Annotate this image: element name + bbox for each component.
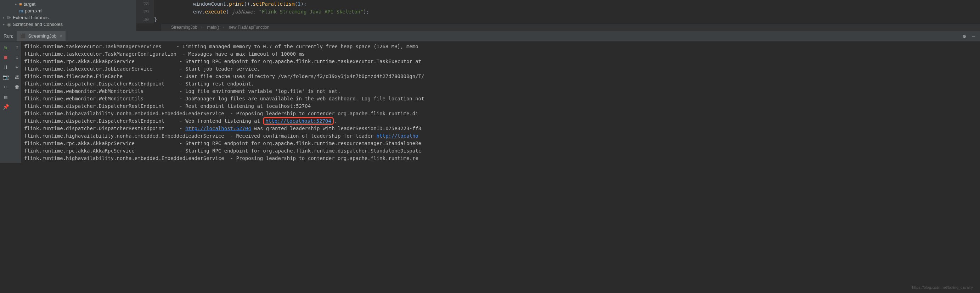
minimize-icon[interactable]: — (971, 34, 977, 39)
code-editor[interactable]: 28 29 30 windowCount.print().setParallel… (137, 0, 980, 31)
tree-item-external-libs[interactable]: ▸ ⊪ External Libraries (0, 14, 136, 21)
rerun-icon[interactable]: ↻ (3, 44, 8, 50)
arrow-down-icon[interactable]: ↓ (14, 54, 20, 60)
breadcrumb[interactable]: StreamingJob› main()› new FlatMapFunctio… (161, 23, 980, 31)
console-line: flink.runtime.rpc.akka.AkkaRpcService - … (24, 147, 977, 155)
console-line: flink.runtime.filecache.FileCache - User… (24, 73, 977, 80)
run-config-icon: ⬛ (20, 34, 26, 38)
console-line: flink.runtime.webmonitor.WebMonitorUtils… (24, 95, 977, 102)
tree-item-pom[interactable]: m pom.xml (0, 8, 136, 14)
print-icon[interactable]: 🖶 (14, 74, 20, 80)
folder-icon: ■ (19, 2, 22, 7)
arrow-up-icon[interactable]: ↑ (14, 44, 20, 50)
library-icon: ⊪ (7, 15, 11, 20)
project-tree: ▸ ■ target m pom.xml ▸ ⊪ External Librar… (0, 0, 137, 31)
console-line: flink.runtime.highavailability.nonha.emb… (24, 132, 977, 140)
console-line: flink.runtime.rpc.akka.AkkaRpcService - … (24, 58, 977, 65)
breadcrumb-item[interactable]: new FlatMapFunction (226, 25, 272, 30)
editor-gutter: 28 29 30 (137, 0, 154, 23)
console-line: flink.runtime.taskexecutor.TaskManagerSe… (24, 43, 977, 50)
run-tab-streamingjob[interactable]: ⬛ StreamingJob × (17, 31, 65, 41)
console-line: flink.runtime.taskexecutor.TaskManagerCo… (24, 50, 977, 58)
tree-label: pom.xml (25, 8, 43, 13)
stop-icon[interactable]: ■ (3, 54, 8, 60)
tree-label: Scratches and Consoles (13, 22, 63, 27)
url-link[interactable]: http://localho (377, 133, 418, 139)
console-line: flink.runtime.dispatcher.DispatcherRestE… (24, 102, 977, 110)
wrap-icon[interactable]: ⤶ (14, 64, 20, 70)
tree-label: External Libraries (13, 15, 49, 20)
pin-icon[interactable]: 📌 (3, 104, 8, 110)
pause-icon[interactable]: ⏸ (3, 64, 8, 70)
delete-icon[interactable]: 🗑 (14, 84, 20, 90)
tree-item-scratches[interactable]: ▸ ◉ Scratches and Consoles (0, 21, 136, 28)
run-tab-label: StreamingJob (28, 34, 56, 38)
console-line: flink.runtime.dispatcher.DispatcherRestE… (24, 125, 977, 132)
breadcrumb-item[interactable]: StreamingJob (168, 25, 200, 30)
console-line: flink.runtime.rpc.akka.AkkaRpcService - … (24, 140, 977, 147)
gear-icon[interactable]: ⚙ (962, 34, 967, 39)
run-tab-bar: Run: ⬛ StreamingJob × ⚙ — (0, 31, 980, 42)
scratch-icon: ◉ (7, 22, 11, 27)
console-line: flink.runtime.dispatcher.DispatcherRestE… (24, 80, 977, 88)
tree-label: target (24, 2, 35, 7)
camera-icon[interactable]: 📷 (3, 74, 8, 80)
run-panel-label: Run: (0, 34, 17, 38)
chevron-right-icon: ▸ (3, 16, 7, 19)
console-line: flink.runtime.taskexecutor.JobLeaderServ… (24, 65, 977, 73)
console-line: flink.runtime.webmonitor.WebMonitorUtils… (24, 88, 977, 95)
url-link[interactable]: http://localhost:52704 (266, 118, 331, 124)
breadcrumb-item[interactable]: main() (204, 25, 222, 30)
console-output[interactable]: flink.runtime.taskexecutor.TaskManagerSe… (21, 42, 980, 163)
exit-icon[interactable]: ⊟ (3, 84, 8, 90)
tree-item-target[interactable]: ▸ ■ target (0, 1, 136, 8)
chevron-right-icon: ▸ (15, 2, 19, 6)
close-icon[interactable]: × (59, 34, 62, 38)
url-link[interactable]: http://localhost:52704 (185, 126, 251, 131)
layout-icon[interactable]: ▤ (3, 94, 8, 100)
console-line: flink.runtime.dispatcher.DispatcherRestE… (24, 117, 977, 125)
console-line: flink.runtime.highavailability.nonha.emb… (24, 155, 977, 162)
console-line: flink.runtime.highavailability.nonha.emb… (24, 110, 977, 117)
maven-icon: m (19, 8, 23, 13)
code-content[interactable]: windowCount.print().setParallelism(1);en… (154, 0, 980, 23)
run-toolbar: ↻ ■ ⏸ 📷 ⊟ ▤ 📌 ↑ ↓ ⤶ 🖶 🗑 (0, 42, 21, 163)
chevron-right-icon: ▸ (3, 22, 7, 26)
